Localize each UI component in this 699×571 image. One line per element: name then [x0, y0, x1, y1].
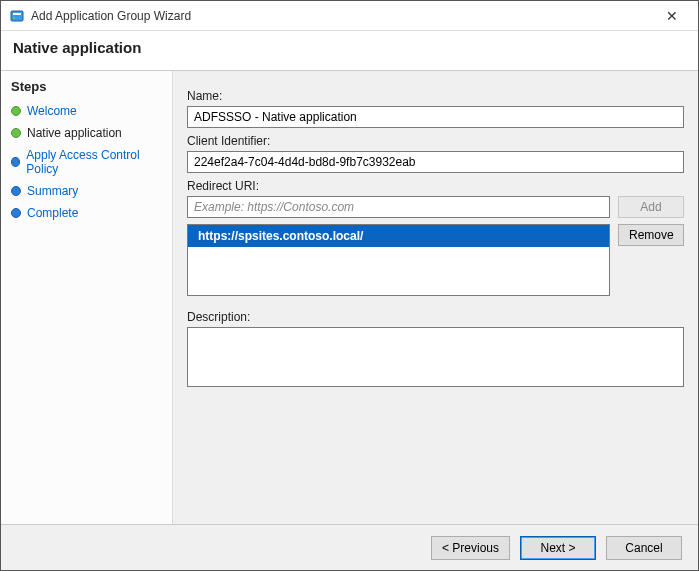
content-area: Steps Welcome Native application Apply A…	[1, 71, 698, 524]
name-input[interactable]	[187, 106, 684, 128]
svg-rect-1	[13, 13, 21, 15]
close-icon: ✕	[666, 8, 678, 24]
redirect-uri-list[interactable]: https://spsites.contoso.local/	[187, 224, 610, 296]
svg-point-2	[13, 16, 15, 18]
close-button[interactable]: ✕	[652, 2, 692, 30]
app-icon	[9, 8, 25, 24]
redirect-uri-input[interactable]	[187, 196, 610, 218]
redirect-uri-label: Redirect URI:	[187, 179, 684, 193]
client-identifier-input[interactable]	[187, 151, 684, 173]
step-label: Summary	[27, 184, 78, 198]
redirect-uri-item[interactable]: https://spsites.contoso.local/	[188, 225, 609, 247]
cancel-button[interactable]: Cancel	[606, 536, 682, 560]
step-apply-access-control-policy[interactable]: Apply Access Control Policy	[11, 144, 162, 180]
step-welcome[interactable]: Welcome	[11, 100, 162, 122]
step-bullet-icon	[11, 157, 20, 167]
step-bullet-icon	[11, 208, 21, 218]
add-button: Add	[618, 196, 684, 218]
description-label: Description:	[187, 310, 684, 324]
step-bullet-icon	[11, 186, 21, 196]
step-label: Welcome	[27, 104, 77, 118]
window-title: Add Application Group Wizard	[31, 9, 652, 23]
step-label: Complete	[27, 206, 78, 220]
step-complete[interactable]: Complete	[11, 202, 162, 224]
previous-button[interactable]: < Previous	[431, 536, 510, 560]
step-label: Native application	[27, 126, 122, 140]
name-label: Name:	[187, 89, 684, 103]
form-pane: Name: Client Identifier: Redirect URI: A…	[173, 71, 698, 524]
step-native-application[interactable]: Native application	[11, 122, 162, 144]
wizard-footer: < Previous Next > Cancel	[1, 524, 698, 570]
step-bullet-icon	[11, 128, 21, 138]
description-input[interactable]	[187, 327, 684, 387]
step-bullet-icon	[11, 106, 21, 116]
title-bar: Add Application Group Wizard ✕	[1, 1, 698, 31]
steps-heading: Steps	[11, 79, 162, 94]
svg-rect-0	[11, 11, 23, 21]
step-summary[interactable]: Summary	[11, 180, 162, 202]
next-button[interactable]: Next >	[520, 536, 596, 560]
page-header: Native application	[1, 31, 698, 71]
remove-button[interactable]: Remove	[618, 224, 684, 246]
page-title: Native application	[13, 39, 141, 56]
step-label: Apply Access Control Policy	[26, 148, 162, 176]
client-id-label: Client Identifier:	[187, 134, 684, 148]
steps-sidebar: Steps Welcome Native application Apply A…	[1, 71, 173, 524]
